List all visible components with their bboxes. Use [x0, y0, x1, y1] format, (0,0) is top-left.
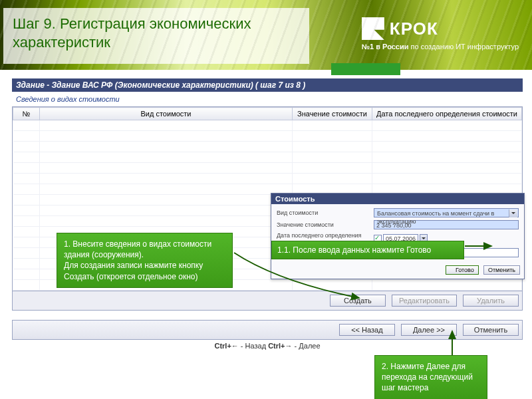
cost-popup: Стоимость Вид стоимости Балансовая стоим… [271, 193, 525, 279]
edit-button[interactable]: Редактировать [392, 295, 457, 307]
key-hint: Ctrl+← - Назад Ctrl+→ - Далее [12, 340, 523, 352]
back-button[interactable]: << Назад [339, 324, 395, 336]
window-title: Здание - Здание ВАС РФ (Экономические ха… [12, 78, 523, 92]
grid-button-bar: Создать Редактировать Удалить [12, 291, 523, 311]
popup-button-bar: Готово Отменить [271, 264, 524, 279]
brand-tagline-rest: по созданию ИТ инфраструктур [409, 43, 519, 51]
brand-tagline-strong: №1 в России [362, 43, 409, 51]
table-row[interactable] [13, 142, 522, 152]
callout-1: 1. Внесите сведения о видах стоимости зд… [57, 233, 233, 288]
col-header-date[interactable]: Дата последнего определения стоимости [372, 108, 522, 120]
brand-area: КРОК №1 в России по созданию ИТ инфрастр… [362, 17, 519, 51]
table-row[interactable] [13, 120, 522, 131]
slide-title: Шаг 9. Регистрация экономических характе… [13, 15, 300, 51]
slide-title-box: Шаг 9. Регистрация экономических характе… [3, 8, 309, 64]
brand-name: КРОК [390, 19, 438, 39]
wizard-button-bar: << Назад Далее >> Отменить [12, 320, 523, 340]
table-row[interactable] [13, 152, 522, 163]
next-button[interactable]: Далее >> [401, 324, 457, 336]
kind-select[interactable]: Балансовая стоимость на момент сдачи в э… [374, 208, 519, 217]
done-button[interactable]: Готово [446, 265, 479, 275]
accent-tab [331, 63, 400, 75]
create-button[interactable]: Создать [330, 295, 386, 307]
cancel-button[interactable]: Отменить [463, 324, 519, 336]
header-band: Шаг 9. Регистрация экономических характе… [0, 0, 532, 70]
table-row[interactable] [13, 174, 522, 184]
callout-2: 2. Нажмите Далее для перехода на следующ… [374, 355, 487, 399]
brand-logo-icon [362, 17, 384, 40]
brand-tagline: №1 в России по созданию ИТ инфраструктур [362, 43, 519, 51]
section-label: Сведения о видах стоимости [12, 92, 523, 106]
popup-label-value: Значение стоимости [277, 221, 370, 228]
delete-button[interactable]: Удалить [463, 295, 519, 307]
popup-label-kind: Вид стоимости [277, 209, 370, 216]
col-header-value[interactable]: Значение стоимости [293, 108, 372, 120]
table-row[interactable] [13, 163, 522, 174]
table-row[interactable] [13, 131, 522, 142]
callout-1-1: 1.1. После ввода данных нажмите Готово [271, 241, 464, 259]
popup-cancel-button[interactable]: Отменить [483, 265, 520, 275]
popup-title: Стоимость [271, 194, 524, 204]
col-header-num[interactable]: № [13, 108, 40, 120]
col-header-kind[interactable]: Вид стоимости [40, 108, 293, 120]
